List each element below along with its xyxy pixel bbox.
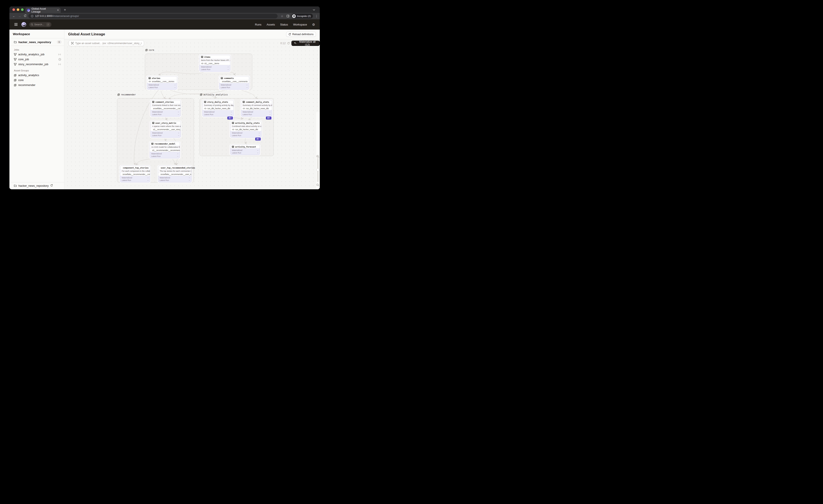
minimize-window-button[interactable] [17, 8, 19, 11]
main-panel: Global Asset Lineage Reload definitions [64, 30, 320, 189]
search-input[interactable] [34, 23, 45, 26]
reload-button[interactable] [23, 14, 27, 18]
zoom-out-button[interactable] [316, 183, 319, 187]
reload-definitions-button[interactable]: Reload definitions [286, 32, 316, 37]
sidebar-repository[interactable]: hacker_news_repository 6 [9, 38, 64, 46]
profile-chip[interactable]: Incognito (2) [292, 14, 313, 18]
settings-gear-icon[interactable]: ⚙ [312, 23, 315, 26]
side-panel-icon[interactable] [287, 15, 289, 17]
nav-assets[interactable]: Assets [267, 23, 275, 26]
dbt-badge: dbt [266, 117, 271, 120]
asset-groups-section-label: Asset Groups [9, 67, 64, 73]
asset-node-comment-stories[interactable]: comment_stories Comments linked to their… [150, 100, 181, 117]
job-icon [14, 58, 16, 61]
browser-actions: ☆ Incognito (2) ⋮ [279, 14, 318, 18]
asset-description: Comments linked to their root stories. [151, 104, 180, 107]
refresh-icon[interactable] [287, 42, 290, 45]
group-label-recommender[interactable]: recommender [118, 93, 136, 96]
site-info-icon[interactable] [31, 15, 33, 17]
materialize-all-button[interactable]: Materialize all (12) [291, 40, 320, 46]
sidebar-footer-repository[interactable]: hacker_news_repository [9, 182, 64, 189]
zoom-window-button[interactable] [21, 8, 24, 11]
asset-node-items[interactable]: items Items from the Hacker News API: ea… [199, 55, 230, 71]
nav-runs[interactable]: Runs [255, 23, 262, 26]
nav-status[interactable]: Status [280, 23, 288, 26]
table-icon [242, 101, 245, 103]
app-body: Workspace hacker_news_repository 6 Jobs … [9, 30, 320, 189]
asset-description: Summary of comment activity by day [241, 104, 272, 107]
materialize-all-label: Materialize all (12) [298, 40, 317, 46]
profile-label: Incognito (2) [297, 15, 311, 17]
sidebar-item-activity-analytics-job[interactable]: activity_analytics_job [9, 52, 64, 57]
group-label-core[interactable]: core [145, 49, 154, 51]
address-bar[interactable]: 127.0.0.1:3000/instance/asset-groups/ [28, 14, 278, 18]
menu-icon[interactable] [11, 23, 21, 26]
asset-description: Combined stats about activity on each da… [230, 125, 261, 128]
tab-list-chevron-icon[interactable] [313, 9, 315, 11]
asset-group-label: activity_analytics [18, 73, 39, 77]
asset-node-user-story-matrix[interactable]: user_story_matrix A sparse matrix where … [150, 121, 181, 138]
nav-workspace[interactable]: Workspace [293, 23, 307, 26]
op-icon [204, 108, 207, 109]
sidebar-item-recommender[interactable]: recommender [9, 82, 64, 88]
zoom-slider-handle[interactable] [316, 168, 319, 171]
asset-node-activity-forecast[interactable]: activity_forecast Materialized– Latest R… [230, 145, 260, 155]
asset-node-comments[interactable]: comments snowflake__core__comments Mater… [219, 76, 249, 90]
asset-node-recommender-model[interactable]: recommender_model An SVD model for colla… [150, 142, 180, 158]
browser-tab-strip: Global Asset Lineage ✕ + [9, 6, 320, 13]
search-icon [31, 23, 33, 26]
asset-node-story-daily-stats[interactable]: story_daily_stats Summary of posting act… [202, 100, 233, 117]
back-button[interactable]: ← [12, 14, 16, 18]
asset-filter[interactable] [68, 40, 144, 46]
new-tab-button[interactable]: + [62, 7, 68, 12]
url-path: /instance/asset-groups/ [52, 15, 79, 18]
zoom-controls [316, 112, 320, 189]
asset-group-label: core [18, 78, 24, 82]
asset-graph-icon [71, 42, 74, 45]
table-icon [152, 122, 154, 124]
asset-node-activity-daily-stats[interactable]: activity_daily_stats Combined stats abou… [230, 121, 262, 138]
close-window-button[interactable] [12, 8, 15, 11]
table-icon [232, 146, 234, 148]
table-icon [204, 101, 206, 103]
job-label: core_job [18, 58, 29, 61]
sidebar-item-activity-analytics[interactable]: activity_analytics [9, 73, 64, 77]
job-icon [14, 53, 16, 56]
group-label-activity-analytics[interactable]: activity_analytics [200, 93, 228, 96]
sidebar-item-story-recommender-job[interactable]: story_recommender_job [9, 62, 64, 67]
op-icon [232, 129, 234, 130]
op-icon [221, 80, 221, 82]
asset-group-icon [14, 74, 16, 76]
close-tab-icon[interactable]: ✕ [57, 9, 59, 12]
browser-toolbar: ← → 127.0.0.1:3000/instance/asset-groups… [9, 13, 320, 19]
global-search[interactable]: / [29, 22, 51, 27]
sidebar-item-core[interactable]: core [9, 77, 64, 82]
table-icon [151, 143, 153, 145]
dagster-logo[interactable] [21, 22, 26, 27]
tab-title: Global Asset Lineage [31, 7, 55, 13]
table-icon [221, 77, 223, 79]
job-icon [14, 63, 16, 65]
asset-lineage-canvas[interactable]: core recommender activity_analytics [64, 39, 320, 189]
asset-filter-input[interactable] [75, 42, 142, 45]
op-icon [149, 80, 151, 82]
browser-tab[interactable]: Global Asset Lineage ✕ [25, 7, 61, 13]
reload-definitions-label: Reload definitions [292, 33, 314, 36]
asset-description: Summary of posting activity by day [202, 104, 233, 107]
forward-button[interactable]: → [17, 14, 22, 18]
reload-repository-icon[interactable] [50, 184, 53, 187]
asset-node-stories[interactable]: stories snowflake__core__stories Materia… [147, 76, 177, 90]
bookmark-star-icon[interactable]: ☆ [280, 15, 284, 18]
traffic-lights[interactable] [12, 8, 24, 11]
zoom-slider[interactable] [317, 158, 319, 182]
refresh-timer: 0:12 [280, 42, 286, 45]
jobs-section-label: Jobs [9, 46, 64, 52]
browser-menu-icon[interactable]: ⋮ [315, 14, 318, 18]
dbt-badge: dbt [255, 138, 261, 140]
sidebar-item-core-job[interactable]: core_job [9, 57, 64, 62]
asset-node-comment-daily-stats[interactable]: comment_daily_stats Summary of comment a… [241, 100, 272, 117]
dagster-favicon [27, 9, 30, 12]
asset-node-component-top-stories[interactable]: component_top_stories For each component… [120, 166, 150, 182]
asset-description: A sparse matrix where the rows are users… [151, 125, 181, 128]
asset-node-user-top-recommended-stories[interactable]: user_top_recommended_stories The top sto… [158, 166, 192, 182]
